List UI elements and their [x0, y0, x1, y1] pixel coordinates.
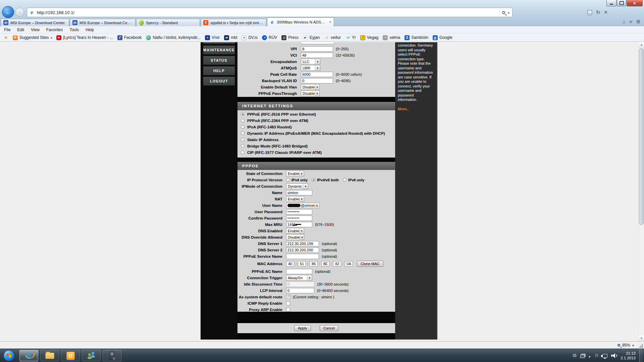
zoom-control[interactable]: 85% — [618, 342, 634, 349]
vci-input[interactable] — [301, 53, 333, 58]
radio-ipv4-only[interactable]: IPv4 only — [286, 178, 308, 182]
radio-icon[interactable] — [241, 150, 245, 154]
fav-ruv[interactable]: RÚV — [262, 35, 277, 40]
taskbar-messenger[interactable] — [82, 350, 101, 361]
radio-icon[interactable] — [241, 125, 245, 129]
radio-icon[interactable] — [312, 178, 315, 182]
mac-octet-4[interactable] — [321, 261, 329, 266]
tools-gear-icon[interactable] — [636, 19, 641, 25]
default-vlan-select[interactable]: Disable — [301, 84, 320, 90]
favorites-icon[interactable] — [629, 19, 633, 25]
radio-icon[interactable] — [241, 144, 245, 148]
sidebar-help-button[interactable]: HELP — [203, 66, 235, 75]
refresh-icon[interactable] — [596, 9, 600, 15]
taskbar-clock[interactable]: 21:13 2.1.2013 — [621, 351, 636, 360]
radio-icon[interactable] — [241, 112, 245, 116]
fav-eyjan[interactable]: Eyjan — [303, 35, 320, 40]
fav-youtube-lyrics[interactable]: [Lyrics] Tears In Heaven - ... — [56, 35, 113, 40]
zoom-level[interactable]: 85% — [622, 343, 630, 348]
menu-view[interactable]: View — [31, 27, 40, 32]
radio-icon[interactable] — [241, 131, 245, 135]
speaker-icon[interactable] — [611, 353, 617, 358]
radio-icon[interactable] — [286, 178, 290, 182]
fav-dvis[interactable]: DV.is — [241, 35, 258, 40]
action-center-flag-icon[interactable] — [595, 353, 599, 359]
radio-ipv6-only[interactable]: IPv6 only — [343, 178, 364, 182]
pppoe-passthrough-select[interactable]: Disable — [301, 90, 320, 96]
close-window-button[interactable] — [627, 0, 643, 6]
radio-ipv4v6-both[interactable]: IPv4/v6 both — [312, 178, 339, 182]
resize-grip[interactable] — [639, 344, 643, 348]
fav-google[interactable]: Google — [433, 35, 452, 40]
atmqos-select[interactable]: UBR — [301, 65, 320, 71]
user-name-input[interactable]: @simnet.is — [286, 203, 320, 208]
tab-msi-1[interactable]: MSI Europe – Download Center — [1, 19, 69, 26]
fav-visir[interactable]: Vísir — [205, 35, 220, 40]
icmp-reply-checkbox[interactable] — [286, 301, 290, 305]
fav-tonlist[interactable]: Náðu í tónlist, kvikmyndir... — [146, 35, 201, 40]
scroll-down-icon[interactable] — [639, 336, 644, 341]
state-of-connection-select[interactable]: Enable — [286, 171, 304, 176]
tab-speccy[interactable]: Speccy - Standard — [136, 19, 200, 26]
radio-cip[interactable]: CIP (RFC-1577 Classic IP/ARP over ATM) — [237, 149, 395, 156]
connection-trigger-select[interactable]: AlwayOn — [286, 275, 312, 281]
fav-mbl[interactable]: mbl — [224, 35, 237, 40]
favorites-star-icon[interactable] — [3, 35, 8, 40]
menu-help[interactable]: Help — [86, 27, 94, 32]
dns-server2-input[interactable] — [286, 247, 319, 253]
peak-cell-rate-input[interactable] — [301, 72, 333, 77]
fav-suggested-sites[interactable]: Suggested Sites — [13, 35, 52, 40]
tab-msi-2[interactable]: MSI Europe – Download Center — [70, 19, 136, 26]
radio-bridge[interactable]: Bridge Mode (RFC-1483 Bridged) — [237, 143, 395, 149]
radio-pppoa[interactable]: PPPoA (RFC-2364 PPP over ATM) — [237, 117, 395, 124]
scrollbar-thumb[interactable] — [639, 48, 644, 225]
fav-facebook[interactable]: Facebook — [117, 35, 142, 40]
fav-vedur[interactable]: veður — [324, 35, 341, 40]
search-dropdown-icon[interactable] — [508, 9, 509, 15]
tab-router-active[interactable]: 300Mbps Wireless N ADSL 2... — [267, 17, 334, 26]
stop-icon[interactable] — [604, 9, 607, 15]
menu-edit[interactable]: Edit — [17, 27, 24, 32]
minimize-button[interactable] — [606, 0, 616, 6]
radio-icon[interactable] — [241, 119, 245, 122]
taskbar-speccy[interactable] — [103, 350, 121, 361]
taskbar-windows-explorer[interactable] — [40, 350, 59, 361]
language-indicator[interactable]: IS — [573, 353, 576, 358]
clone-mac-button[interactable]: Clone MAC — [357, 261, 383, 267]
fav-yr[interactable]: Yr — [345, 35, 356, 40]
maximize-button[interactable] — [617, 0, 626, 6]
mac-octet-6[interactable] — [345, 261, 353, 266]
mac-octet-3[interactable] — [310, 261, 318, 266]
fav-sambioin[interactable]: Sambíóin — [405, 35, 428, 40]
show-desktop-button[interactable] — [639, 349, 643, 362]
lcp-interval-input[interactable] — [286, 288, 314, 293]
menu-file[interactable]: File — [4, 27, 10, 32]
keyboard-layout-icon[interactable] — [580, 355, 585, 358]
network-icon[interactable] — [602, 354, 607, 358]
home-icon[interactable] — [623, 19, 626, 25]
max-mru-input[interactable]: 1492 — [286, 222, 312, 227]
address-bar[interactable]: http://192.168.10.1/ — [27, 8, 513, 17]
back-button[interactable] — [2, 6, 14, 18]
ip-mode-select[interactable]: Dynamic — [286, 183, 308, 189]
vertical-scrollbar[interactable] — [638, 42, 644, 341]
taskbar-outlook[interactable] — [61, 350, 80, 361]
menu-tools[interactable]: Tools — [69, 27, 79, 32]
url-text[interactable]: http://192.168.10.1/ — [37, 10, 74, 15]
mac-octet-2[interactable] — [298, 261, 306, 266]
chevron-down-icon[interactable] — [632, 343, 634, 348]
nat-select[interactable]: Enable — [286, 196, 304, 202]
vpi-input[interactable] — [301, 46, 333, 52]
encapsulation-select[interactable]: LLC — [301, 59, 320, 64]
forward-button[interactable] — [15, 8, 24, 17]
sidebar-logout-button[interactable]: LOGOUT — [203, 77, 235, 85]
fav-press[interactable]: Press — [281, 35, 299, 40]
more-link[interactable]: More.. — [398, 107, 434, 112]
vlan-id-input[interactable] — [301, 78, 333, 83]
sidebar-status-button[interactable]: STATUS — [203, 56, 235, 65]
user-password-input[interactable]: •••••••• — [286, 209, 312, 215]
dns-enabled-select[interactable]: Enable — [286, 228, 304, 234]
radio-static-ip[interactable]: Static IP Address — [237, 136, 395, 143]
name-input[interactable] — [286, 190, 312, 195]
radio-icon[interactable] — [343, 178, 346, 182]
